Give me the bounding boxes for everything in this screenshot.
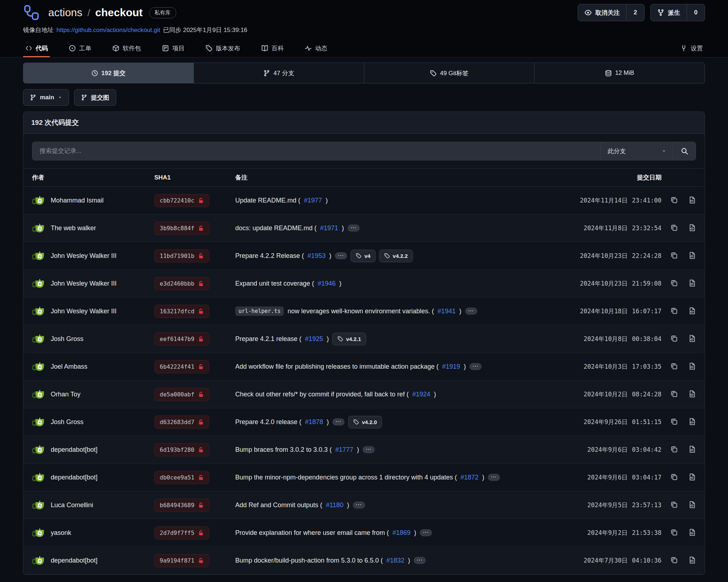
expand-commit-body-button[interactable]: ··· xyxy=(332,418,345,426)
view-file-at-commit-button[interactable] xyxy=(688,335,696,344)
mirror-url-link[interactable]: https://github.com/actions/checkout.git xyxy=(56,27,160,34)
commit-author[interactable]: Joel Ambass xyxy=(51,363,87,370)
copy-sha-button[interactable] xyxy=(670,418,678,427)
issue-link[interactable]: #1971 xyxy=(320,224,338,232)
fork-button[interactable]: 派生 0 xyxy=(650,4,705,21)
issue-link[interactable]: #1977 xyxy=(304,197,322,204)
tag-ref-button[interactable]: v4 xyxy=(351,250,376,262)
expand-commit-body-button[interactable]: ··· xyxy=(335,252,347,259)
commit-sha-button[interactable]: eef61447b9 xyxy=(154,332,209,346)
issue-link[interactable]: #1878 xyxy=(305,418,323,426)
commit-author[interactable]: John Wesley Walker III xyxy=(51,252,117,260)
expand-commit-body-button[interactable]: ··· xyxy=(347,224,360,232)
issue-link[interactable]: #1919 xyxy=(442,363,460,370)
branch-selector[interactable]: main xyxy=(23,89,69,106)
copy-sha-button[interactable] xyxy=(670,251,678,260)
copy-sha-button[interactable] xyxy=(670,335,678,344)
issue-link[interactable]: #1832 xyxy=(386,557,404,564)
mirror-repo-icon[interactable] xyxy=(23,4,40,21)
commit-sha-button[interactable]: de5a000abf xyxy=(154,388,209,401)
search-scope-select[interactable]: 此分支 xyxy=(601,142,673,160)
expand-commit-body-button[interactable]: ··· xyxy=(420,529,432,536)
commit-author[interactable]: Josh Gross xyxy=(51,335,83,343)
stat-branches[interactable]: 47 分支 xyxy=(194,63,364,83)
commit-sha-button[interactable]: 2d7d9f7ff5 xyxy=(154,526,209,540)
commit-author[interactable]: dependabot[bot] xyxy=(51,474,97,481)
expand-commit-body-button[interactable]: ··· xyxy=(488,474,500,481)
fork-count[interactable]: 0 xyxy=(687,4,705,21)
view-file-at-commit-button[interactable] xyxy=(688,418,696,427)
stat-commits[interactable]: 192 提交 xyxy=(23,63,194,83)
unwatch-button[interactable]: 取消关注 2 xyxy=(578,4,645,21)
copy-sha-button[interactable] xyxy=(670,279,678,288)
tab-activity[interactable]: 动态 xyxy=(302,39,329,57)
search-button[interactable] xyxy=(673,142,696,160)
commit-author[interactable]: The web walker xyxy=(51,224,96,232)
tag-ref-button[interactable]: v4.2.2 xyxy=(379,250,413,262)
tab-code[interactable]: 代码 xyxy=(23,39,50,57)
commit-author[interactable]: Orhan Toy xyxy=(51,391,81,398)
expand-commit-body-button[interactable]: ··· xyxy=(353,501,365,509)
tab-packages[interactable]: 软件包 xyxy=(110,39,143,57)
commit-sha-button[interactable]: db0cee9a51 xyxy=(154,471,209,484)
tab-wiki[interactable]: 百科 xyxy=(259,39,286,57)
tab-projects[interactable]: 项目 xyxy=(160,39,187,57)
tag-ref-button[interactable]: v4.2.0 xyxy=(348,416,382,428)
view-file-at-commit-button[interactable] xyxy=(688,528,696,537)
commit-graph-button[interactable]: 提交图 xyxy=(74,89,116,106)
copy-sha-button[interactable] xyxy=(670,307,678,316)
commit-author[interactable]: dependabot[bot] xyxy=(51,446,97,454)
commit-sha-button[interactable]: e3d2460bbb xyxy=(154,277,209,290)
issue-link[interactable]: #1872 xyxy=(460,474,478,481)
tab-issues[interactable]: 工单 xyxy=(67,39,94,57)
view-file-at-commit-button[interactable] xyxy=(688,224,696,233)
commit-author[interactable]: dependabot[bot] xyxy=(51,557,97,564)
view-file-at-commit-button[interactable] xyxy=(688,501,696,510)
copy-sha-button[interactable] xyxy=(670,501,678,510)
commit-sha-button[interactable]: cbb722410c xyxy=(154,194,209,207)
expand-commit-body-button[interactable]: ··· xyxy=(363,446,375,453)
commit-author[interactable]: Luca Comellini xyxy=(51,501,93,509)
issue-link[interactable]: #1946 xyxy=(318,280,336,287)
repo-name-link[interactable]: checkout xyxy=(95,6,143,19)
stat-tags[interactable]: 49 Git标签 xyxy=(364,63,535,83)
expand-commit-body-button[interactable]: ··· xyxy=(465,308,477,315)
view-file-at-commit-button[interactable] xyxy=(688,556,696,565)
view-file-at-commit-button[interactable] xyxy=(688,307,696,316)
commit-sha-button[interactable]: d632683dd7 xyxy=(154,415,209,429)
stat-size[interactable]: 12 MiB xyxy=(534,63,705,83)
tab-releases[interactable]: 版本发布 xyxy=(203,39,242,57)
tab-settings[interactable]: 设置 xyxy=(678,39,705,57)
copy-sha-button[interactable] xyxy=(670,390,678,399)
commit-sha-button[interactable]: 3b9b8c884f xyxy=(154,222,209,235)
issue-link[interactable]: #1777 xyxy=(335,446,353,454)
commit-sha-button[interactable]: 6d193bf280 xyxy=(154,443,209,456)
copy-sha-button[interactable] xyxy=(670,196,678,205)
issue-link[interactable]: #1941 xyxy=(438,308,456,315)
issue-link[interactable]: #1869 xyxy=(392,529,410,537)
commit-author[interactable]: Josh Gross xyxy=(51,418,83,426)
issue-link[interactable]: #1924 xyxy=(412,391,430,398)
copy-sha-button[interactable] xyxy=(670,362,678,371)
view-file-at-commit-button[interactable] xyxy=(688,473,696,482)
issue-link[interactable]: #1953 xyxy=(308,252,326,260)
commit-author[interactable]: yasonk xyxy=(51,529,71,537)
view-file-at-commit-button[interactable] xyxy=(688,390,696,399)
commit-sha-button[interactable]: b684943689 xyxy=(154,499,209,512)
expand-commit-body-button[interactable]: ··· xyxy=(469,363,482,370)
copy-sha-button[interactable] xyxy=(670,528,678,537)
issue-link[interactable]: #1925 xyxy=(305,335,323,343)
copy-sha-button[interactable] xyxy=(670,224,678,233)
repo-owner-link[interactable]: actions xyxy=(48,6,82,19)
expand-commit-body-button[interactable]: ··· xyxy=(414,557,426,564)
commit-author[interactable]: Mohammad Ismail xyxy=(51,197,104,204)
copy-sha-button[interactable] xyxy=(670,556,678,565)
view-file-at-commit-button[interactable] xyxy=(688,196,696,205)
view-file-at-commit-button[interactable] xyxy=(688,362,696,371)
commit-author[interactable]: John Wesley Walker III xyxy=(51,308,117,315)
commit-sha-button[interactable]: 6b42224f41 xyxy=(154,360,209,373)
view-file-at-commit-button[interactable] xyxy=(688,279,696,288)
issue-link[interactable]: #1180 xyxy=(326,501,343,509)
view-file-at-commit-button[interactable] xyxy=(688,445,696,454)
commit-author[interactable]: John Wesley Walker III xyxy=(51,280,117,287)
